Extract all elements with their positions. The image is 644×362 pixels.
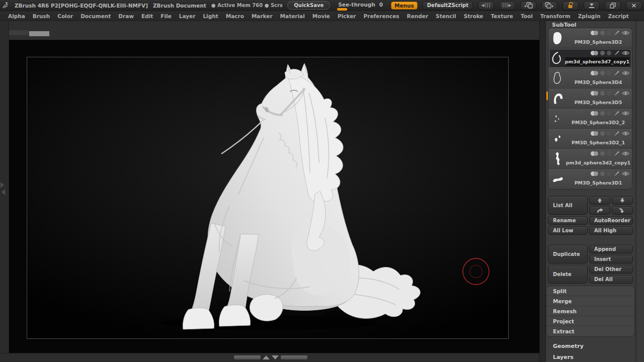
paintbrush-icon[interactable] <box>613 70 620 76</box>
sphere-toggle-dim-icon[interactable] <box>607 151 611 156</box>
subtool-row[interactable]: PM3D_Sphere3D4 <box>548 68 632 88</box>
sphere-toggle-dim-icon[interactable] <box>600 131 605 136</box>
paintbrush-icon[interactable] <box>613 131 620 137</box>
paintbrush-icon[interactable] <box>613 30 620 36</box>
paintbrush-icon[interactable] <box>613 111 620 117</box>
paintbrush-icon[interactable] <box>613 50 620 56</box>
scroll-right-button[interactable]: |||▶ <box>499 1 515 10</box>
section-split[interactable]: Split <box>546 286 634 296</box>
append-button[interactable]: Append <box>589 245 633 253</box>
layers-header[interactable]: Layers <box>553 354 574 360</box>
menu-movie[interactable]: Movie <box>312 13 330 19</box>
sculpt-canvas[interactable] <box>9 39 539 353</box>
del-all-button[interactable]: Del All <box>589 275 633 284</box>
paintbrush-icon[interactable] <box>613 171 620 177</box>
menu-draw[interactable]: Draw <box>118 13 134 19</box>
sphere-toggle-dim-icon[interactable] <box>600 31 605 35</box>
delete-button[interactable]: Delete <box>548 265 588 284</box>
menu-zscript[interactable]: Zscript <box>608 13 628 19</box>
menu-zplugin[interactable]: Zplugin <box>578 13 601 19</box>
menu-picker[interactable]: Picker <box>338 13 356 19</box>
subtool-row[interactable]: PM3D_Sphere3D2_1 <box>548 129 632 149</box>
list-all-button[interactable]: List All <box>548 196 588 215</box>
sphere-toggle-icon[interactable] <box>594 151 598 156</box>
move-down-button[interactable] <box>612 196 633 205</box>
menu-stencil[interactable]: Stencil <box>436 13 456 19</box>
duplicate-button[interactable]: Duplicate <box>548 245 588 263</box>
move-forward-button[interactable] <box>589 206 610 215</box>
zbrush-document[interactable] <box>27 57 509 339</box>
menu-material[interactable]: Material <box>280 13 305 19</box>
menu-edit[interactable]: Edit <box>141 13 153 19</box>
menu-marker[interactable]: Marker <box>252 13 273 19</box>
restore-button[interactable] <box>605 1 621 10</box>
menu-color[interactable]: Color <box>57 13 73 19</box>
sphere-toggle-icon[interactable] <box>594 91 598 96</box>
eye-icon[interactable] <box>622 111 629 116</box>
move-up-button[interactable] <box>589 196 610 205</box>
next-document-button[interactable] <box>541 1 557 10</box>
menu-alpha[interactable]: Alpha <box>8 13 25 19</box>
sphere-toggle-dim-icon[interactable] <box>607 171 611 176</box>
quicksave-button[interactable]: QuickSave <box>287 1 330 10</box>
scroll-left-button[interactable]: ◀||| <box>478 1 494 10</box>
rename-button[interactable]: Rename <box>548 216 588 225</box>
auto-reorder-button[interactable]: AutoReorder <box>589 216 633 225</box>
lock-button[interactable] <box>562 1 579 10</box>
section-remesh[interactable]: Remesh <box>546 306 634 316</box>
eye-icon[interactable] <box>622 171 629 176</box>
panel-divider[interactable] <box>539 21 546 362</box>
all-low-button[interactable]: All Low <box>548 226 588 235</box>
sphere-toggle-dim-icon[interactable] <box>600 71 605 75</box>
tray-resize-handle[interactable] <box>234 355 307 359</box>
sphere-toggle-dim-icon[interactable] <box>607 91 611 96</box>
sphere-toggle-dim-icon[interactable] <box>600 171 605 176</box>
sphere-toggle-icon[interactable] <box>594 31 598 35</box>
menu-texture[interactable]: Texture <box>491 13 513 19</box>
eye-icon[interactable] <box>622 90 629 96</box>
sphere-toggle-icon[interactable] <box>594 171 598 176</box>
tray-stub-dark[interactable] <box>9 30 29 35</box>
subtool-row-selected[interactable]: pm3d_sphere3d7_copy1 <box>548 48 632 68</box>
sphere-toggle-dim-icon[interactable] <box>607 71 611 75</box>
eye-icon[interactable] <box>622 70 629 76</box>
menu-brush[interactable]: Brush <box>33 13 50 19</box>
menu-light[interactable]: Light <box>203 13 218 19</box>
sphere-toggle-dim-icon[interactable] <box>607 31 611 35</box>
tray-stub-light[interactable] <box>29 31 49 36</box>
subtool-row[interactable]: PM3D_Sphere3D1 <box>548 169 632 189</box>
menu-stroke[interactable]: Stroke <box>464 13 484 19</box>
geometry-header[interactable]: Geometry <box>553 343 584 349</box>
menu-preferences[interactable]: Preferences <box>364 13 399 19</box>
menu-document[interactable]: Document <box>80 13 111 19</box>
sphere-toggle-dim-icon[interactable] <box>600 91 605 96</box>
hide-button[interactable] <box>584 1 600 10</box>
tray-divider-handle[interactable] <box>1 181 6 196</box>
menu-render[interactable]: Render <box>407 13 429 19</box>
menu-file[interactable]: File <box>160 13 172 19</box>
menu-transform[interactable]: Transform <box>540 13 571 19</box>
sphere-toggle-dim-icon[interactable] <box>607 131 611 136</box>
eye-icon[interactable] <box>622 50 629 56</box>
sphere-toggle-dim-icon[interactable] <box>607 51 611 55</box>
see-through-slider[interactable]: See-through 0 <box>335 1 386 11</box>
section-merge[interactable]: Merge <box>546 296 634 306</box>
default-zscript-button[interactable]: DefaultZScript <box>423 1 473 10</box>
sphere-toggle-dim-icon[interactable] <box>600 51 605 55</box>
subtool-row[interactable]: PM3D_Sphere3D5 <box>548 88 632 109</box>
sphere-toggle-dim-icon[interactable] <box>600 151 605 156</box>
eye-icon[interactable] <box>622 30 629 36</box>
eye-icon[interactable] <box>622 131 629 136</box>
section-project[interactable]: Project <box>546 316 634 326</box>
subtool-row[interactable]: PM3D_Sphere3D2 <box>548 28 632 48</box>
paintbrush-icon[interactable] <box>613 90 620 97</box>
close-button[interactable]: × <box>626 1 642 10</box>
see-through-handle[interactable] <box>337 8 347 11</box>
menu-layer[interactable]: Layer <box>179 13 196 19</box>
sphere-toggle-dim-icon[interactable] <box>600 111 605 116</box>
menu-tool[interactable]: Tool <box>521 13 533 19</box>
sphere-toggle-icon[interactable] <box>594 51 598 55</box>
del-other-button[interactable]: Del Other <box>589 265 633 274</box>
insert-button[interactable]: Insert <box>589 255 633 263</box>
previous-document-button[interactable] <box>520 1 536 10</box>
